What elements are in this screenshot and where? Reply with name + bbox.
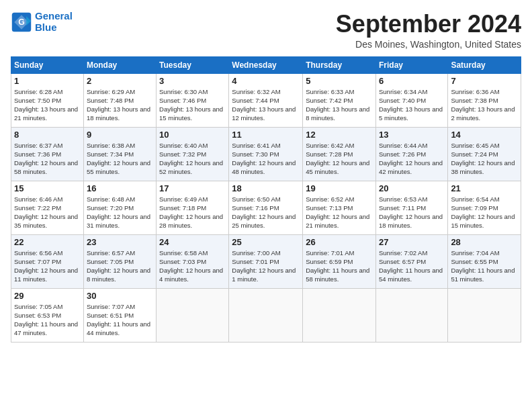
day-number: 2 xyxy=(87,76,153,86)
cell-content: Sunrise: 6:28 AMSunset: 7:50 PMDaylight:… xyxy=(14,88,78,122)
day-number: 18 xyxy=(232,183,300,193)
day-number: 25 xyxy=(232,237,300,247)
cell-content: Sunrise: 6:53 AMSunset: 7:11 PMDaylight:… xyxy=(379,195,443,230)
day-number: 30 xyxy=(87,291,153,301)
cell-content: Sunrise: 6:56 AMSunset: 7:07 PMDaylight:… xyxy=(14,249,78,283)
table-row: 23 Sunrise: 6:57 AMSunset: 7:05 PMDaylig… xyxy=(83,234,156,288)
location: Des Moines, Washington, United States xyxy=(336,39,521,50)
table-row: 9 Sunrise: 6:38 AMSunset: 7:34 PMDayligh… xyxy=(83,127,156,181)
day-number: 29 xyxy=(14,291,81,301)
cell-content: Sunrise: 6:37 AMSunset: 7:36 PMDaylight:… xyxy=(14,142,78,176)
day-number: 14 xyxy=(451,130,518,140)
cell-content: Sunrise: 6:36 AMSunset: 7:38 PMDaylight:… xyxy=(451,88,515,122)
table-row: 7 Sunrise: 6:36 AMSunset: 7:38 PMDayligh… xyxy=(448,73,521,127)
cell-content: Sunrise: 6:44 AMSunset: 7:26 PMDaylight:… xyxy=(379,142,443,176)
cell-content: Sunrise: 6:52 AMSunset: 7:13 PMDaylight:… xyxy=(306,195,369,230)
table-row: 26 Sunrise: 7:01 AMSunset: 6:59 PMDaylig… xyxy=(303,234,376,288)
col-sunday: Sunday xyxy=(11,56,84,73)
table-row: 30 Sunrise: 7:07 AMSunset: 6:51 PMDaylig… xyxy=(83,288,156,342)
day-number: 6 xyxy=(379,76,445,86)
table-row: 4 Sunrise: 6:32 AMSunset: 7:44 PMDayligh… xyxy=(229,73,303,127)
table-row: 12 Sunrise: 6:42 AMSunset: 7:28 PMDaylig… xyxy=(303,127,376,181)
cell-content: Sunrise: 6:29 AMSunset: 7:48 PMDaylight:… xyxy=(87,88,150,122)
calendar-row: 15 Sunrise: 6:46 AMSunset: 7:22 PMDaylig… xyxy=(11,181,521,234)
cell-content: Sunrise: 7:02 AMSunset: 6:57 PMDaylight:… xyxy=(379,249,443,283)
cell-content: Sunrise: 6:34 AMSunset: 7:40 PMDaylight:… xyxy=(379,88,443,122)
cell-content: Sunrise: 7:01 AMSunset: 6:59 PMDaylight:… xyxy=(306,249,369,283)
cell-content: Sunrise: 6:58 AMSunset: 7:03 PMDaylight:… xyxy=(159,249,223,283)
cell-content: Sunrise: 6:40 AMSunset: 7:32 PMDaylight:… xyxy=(159,142,223,176)
table-row: 16 Sunrise: 6:48 AMSunset: 7:20 PMDaylig… xyxy=(83,181,156,234)
table-row: 27 Sunrise: 7:02 AMSunset: 6:57 PMDaylig… xyxy=(375,234,447,288)
day-number: 16 xyxy=(87,183,153,193)
table-row: 29 Sunrise: 7:05 AMSunset: 6:53 PMDaylig… xyxy=(11,288,84,342)
calendar-row: 29 Sunrise: 7:05 AMSunset: 6:53 PMDaylig… xyxy=(11,288,521,342)
day-number: 28 xyxy=(451,237,518,247)
cell-content: Sunrise: 6:32 AMSunset: 7:44 PMDaylight:… xyxy=(232,88,296,122)
cell-content: Sunrise: 6:54 AMSunset: 7:09 PMDaylight:… xyxy=(451,195,515,230)
day-number: 4 xyxy=(232,76,300,86)
cell-content: Sunrise: 6:57 AMSunset: 7:05 PMDaylight:… xyxy=(87,249,150,283)
cell-content: Sunrise: 6:38 AMSunset: 7:34 PMDaylight:… xyxy=(87,142,150,176)
day-number: 20 xyxy=(379,183,445,193)
table-row: 2 Sunrise: 6:29 AMSunset: 7:48 PMDayligh… xyxy=(83,73,156,127)
day-number: 1 xyxy=(14,76,81,86)
logo: G General Blue xyxy=(11,11,73,33)
table-row xyxy=(229,288,303,342)
calendar-header-row: Sunday Monday Tuesday Wednesday Thursday… xyxy=(11,56,521,73)
day-number: 7 xyxy=(451,76,518,86)
cell-content: Sunrise: 6:42 AMSunset: 7:28 PMDaylight:… xyxy=(306,142,369,176)
cell-content: Sunrise: 6:48 AMSunset: 7:20 PMDaylight:… xyxy=(87,195,150,230)
day-number: 22 xyxy=(14,237,81,247)
cell-content: Sunrise: 7:05 AMSunset: 6:53 PMDaylight:… xyxy=(14,303,78,337)
table-row: 28 Sunrise: 7:04 AMSunset: 6:55 PMDaylig… xyxy=(448,234,521,288)
col-wednesday: Wednesday xyxy=(229,56,303,73)
day-number: 10 xyxy=(159,130,226,140)
cell-content: Sunrise: 7:04 AMSunset: 6:55 PMDaylight:… xyxy=(451,249,515,283)
calendar-row: 1 Sunrise: 6:28 AMSunset: 7:50 PMDayligh… xyxy=(11,73,521,127)
day-number: 21 xyxy=(451,183,518,193)
cell-content: Sunrise: 6:33 AMSunset: 7:42 PMDaylight:… xyxy=(306,88,369,122)
cell-content: Sunrise: 6:45 AMSunset: 7:24 PMDaylight:… xyxy=(451,142,515,176)
table-row: 13 Sunrise: 6:44 AMSunset: 7:26 PMDaylig… xyxy=(375,127,447,181)
day-number: 15 xyxy=(14,183,81,193)
table-row xyxy=(157,288,229,342)
table-row xyxy=(375,288,447,342)
day-number: 3 xyxy=(159,76,226,86)
logo-icon: G xyxy=(11,11,32,33)
day-number: 27 xyxy=(379,237,445,247)
cell-content: Sunrise: 6:49 AMSunset: 7:18 PMDaylight:… xyxy=(159,195,223,230)
day-number: 13 xyxy=(379,130,445,140)
svg-text:G: G xyxy=(18,17,25,27)
table-row: 1 Sunrise: 6:28 AMSunset: 7:50 PMDayligh… xyxy=(11,73,84,127)
table-row: 3 Sunrise: 6:30 AMSunset: 7:46 PMDayligh… xyxy=(157,73,229,127)
day-number: 19 xyxy=(306,183,373,193)
table-row: 5 Sunrise: 6:33 AMSunset: 7:42 PMDayligh… xyxy=(303,73,376,127)
table-row: 10 Sunrise: 6:40 AMSunset: 7:32 PMDaylig… xyxy=(157,127,229,181)
day-number: 17 xyxy=(159,183,226,193)
cell-content: Sunrise: 6:50 AMSunset: 7:16 PMDaylight:… xyxy=(232,195,296,230)
table-row: 14 Sunrise: 6:45 AMSunset: 7:24 PMDaylig… xyxy=(448,127,521,181)
calendar-row: 22 Sunrise: 6:56 AMSunset: 7:07 PMDaylig… xyxy=(11,234,521,288)
table-row xyxy=(303,288,376,342)
day-number: 5 xyxy=(306,76,373,86)
calendar-table: Sunday Monday Tuesday Wednesday Thursday… xyxy=(11,56,521,342)
logo-text: General Blue xyxy=(35,11,73,33)
page-header: G General Blue September 2024 Des Moines… xyxy=(11,11,521,50)
table-row: 15 Sunrise: 6:46 AMSunset: 7:22 PMDaylig… xyxy=(11,181,84,234)
page-container: G General Blue September 2024 Des Moines… xyxy=(0,0,532,348)
cell-content: Sunrise: 7:07 AMSunset: 6:51 PMDaylight:… xyxy=(87,303,150,337)
title-section: September 2024 Des Moines, Washington, U… xyxy=(336,11,521,50)
day-number: 24 xyxy=(159,237,226,247)
col-tuesday: Tuesday xyxy=(157,56,229,73)
table-row xyxy=(448,288,521,342)
table-row: 17 Sunrise: 6:49 AMSunset: 7:18 PMDaylig… xyxy=(157,181,229,234)
col-thursday: Thursday xyxy=(303,56,376,73)
cell-content: Sunrise: 7:00 AMSunset: 7:01 PMDaylight:… xyxy=(232,249,296,283)
table-row: 11 Sunrise: 6:41 AMSunset: 7:30 PMDaylig… xyxy=(229,127,303,181)
table-row: 8 Sunrise: 6:37 AMSunset: 7:36 PMDayligh… xyxy=(11,127,84,181)
day-number: 9 xyxy=(87,130,153,140)
day-number: 23 xyxy=(87,237,153,247)
cell-content: Sunrise: 6:41 AMSunset: 7:30 PMDaylight:… xyxy=(232,142,296,176)
table-row: 20 Sunrise: 6:53 AMSunset: 7:11 PMDaylig… xyxy=(375,181,447,234)
